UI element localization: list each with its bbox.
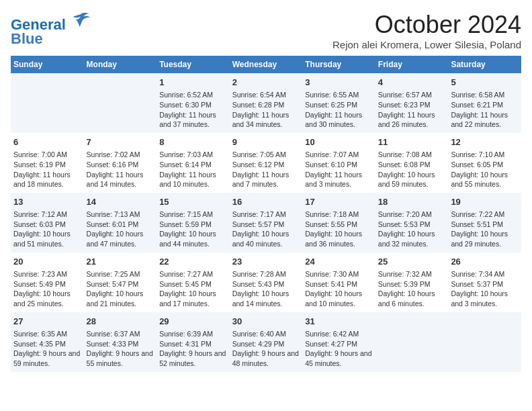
calendar-cell: 6Sunrise: 7:00 AMSunset: 6:19 PMDaylight… xyxy=(11,133,84,193)
day-of-week-header: Monday xyxy=(84,56,157,73)
cell-text: Sunset: 6:05 PM xyxy=(451,160,519,170)
calendar-cell: 18Sunrise: 7:20 AMSunset: 5:53 PMDayligh… xyxy=(375,193,449,253)
cell-text: Sunrise: 6:54 AM xyxy=(232,90,300,100)
cell-text: Daylight: 10 hours and 10 minutes. xyxy=(305,289,373,308)
calendar-cell: 3Sunrise: 6:55 AMSunset: 6:25 PMDaylight… xyxy=(302,73,375,133)
cell-text: Sunset: 6:01 PM xyxy=(87,220,154,230)
cell-text: Daylight: 11 hours and 22 minutes. xyxy=(451,110,519,130)
day-number: 10 xyxy=(305,136,373,148)
cell-text: Sunrise: 7:32 AM xyxy=(378,269,446,279)
calendar-cell: 12Sunrise: 7:10 AMSunset: 6:05 PMDayligh… xyxy=(448,133,521,193)
cell-text: Sunset: 6:16 PM xyxy=(87,160,154,170)
logo-bird-icon xyxy=(71,11,90,30)
calendar-cell: 26Sunrise: 7:34 AMSunset: 5:37 PMDayligh… xyxy=(448,253,521,312)
calendar-cell xyxy=(11,73,84,133)
cell-text: Sunset: 4:33 PM xyxy=(87,339,154,349)
cell-text: Sunrise: 7:08 AM xyxy=(378,150,446,160)
calendar-cell: 15Sunrise: 7:15 AMSunset: 5:59 PMDayligh… xyxy=(157,193,230,253)
cell-text: Daylight: 10 hours and 29 minutes. xyxy=(451,229,519,248)
day-number: 29 xyxy=(159,316,227,328)
cell-text: Sunset: 5:37 PM xyxy=(451,279,519,289)
day-of-week-header: Thursday xyxy=(302,56,375,73)
cell-text: Sunset: 4:27 PM xyxy=(305,339,373,349)
cell-text: Sunrise: 7:28 AM xyxy=(232,269,300,279)
calendar-cell: 30Sunrise: 6:40 AMSunset: 4:29 PMDayligh… xyxy=(230,312,303,372)
cell-text: Sunset: 6:30 PM xyxy=(159,100,227,110)
cell-text: Sunrise: 7:18 AM xyxy=(305,210,373,220)
day-number: 17 xyxy=(305,196,373,208)
day-number: 23 xyxy=(232,256,300,268)
cell-text: Daylight: 10 hours and 3 minutes. xyxy=(451,289,519,308)
cell-text: Sunrise: 7:05 AM xyxy=(232,150,300,160)
cell-text: Sunrise: 7:17 AM xyxy=(232,210,300,220)
day-number: 8 xyxy=(159,136,227,148)
cell-text: Sunrise: 6:42 AM xyxy=(305,329,373,339)
cell-text: Daylight: 10 hours and 40 minutes. xyxy=(232,229,300,248)
cell-text: Sunset: 6:12 PM xyxy=(232,160,300,170)
cell-text: Daylight: 11 hours and 7 minutes. xyxy=(232,170,300,189)
cell-text: Sunset: 6:25 PM xyxy=(305,100,373,110)
cell-text: Sunset: 5:49 PM xyxy=(13,279,81,289)
day-of-week-header: Tuesday xyxy=(157,56,230,73)
cell-text: Sunrise: 6:58 AM xyxy=(451,90,519,100)
day-number: 27 xyxy=(13,316,81,328)
cell-text: Daylight: 10 hours and 47 minutes. xyxy=(87,229,154,248)
calendar-cell: 10Sunrise: 7:07 AMSunset: 6:10 PMDayligh… xyxy=(302,133,375,193)
cell-text: Sunrise: 6:37 AM xyxy=(87,329,154,339)
cell-text: Sunrise: 6:55 AM xyxy=(305,90,373,100)
calendar-cell: 23Sunrise: 7:28 AMSunset: 5:43 PMDayligh… xyxy=(230,253,303,312)
calendar-cell: 4Sunrise: 6:57 AMSunset: 6:23 PMDaylight… xyxy=(375,73,449,133)
day-number: 4 xyxy=(378,77,446,89)
cell-text: Sunset: 5:41 PM xyxy=(305,279,373,289)
cell-text: Sunset: 5:39 PM xyxy=(378,279,446,289)
day-number: 28 xyxy=(87,316,154,328)
cell-text: Sunrise: 7:22 AM xyxy=(451,210,519,220)
calendar-cell: 13Sunrise: 7:12 AMSunset: 6:03 PMDayligh… xyxy=(11,193,84,253)
calendar-cell: 24Sunrise: 7:30 AMSunset: 5:41 PMDayligh… xyxy=(302,253,375,312)
calendar-cell: 14Sunrise: 7:13 AMSunset: 6:01 PMDayligh… xyxy=(84,193,157,253)
cell-text: Daylight: 10 hours and 59 minutes. xyxy=(378,170,446,189)
day-number: 13 xyxy=(13,196,81,208)
cell-text: Daylight: 10 hours and 17 minutes. xyxy=(159,289,227,308)
cell-text: Sunrise: 7:15 AM xyxy=(159,210,227,220)
calendar-cell: 11Sunrise: 7:08 AMSunset: 6:08 PMDayligh… xyxy=(375,133,449,193)
day-number: 7 xyxy=(87,136,154,148)
cell-text: Sunset: 6:19 PM xyxy=(13,160,81,170)
cell-text: Sunset: 6:08 PM xyxy=(378,160,446,170)
day-number: 24 xyxy=(305,256,373,268)
cell-text: Sunrise: 7:12 AM xyxy=(13,210,81,220)
calendar-cell: 29Sunrise: 6:39 AMSunset: 4:31 PMDayligh… xyxy=(157,312,230,372)
calendar-cell: 28Sunrise: 6:37 AMSunset: 4:33 PMDayligh… xyxy=(84,312,157,372)
calendar-cell: 16Sunrise: 7:17 AMSunset: 5:57 PMDayligh… xyxy=(230,193,303,253)
day-number: 22 xyxy=(159,256,227,268)
cell-text: Daylight: 11 hours and 14 minutes. xyxy=(87,170,154,189)
cell-text: Sunrise: 7:03 AM xyxy=(159,150,227,160)
cell-text: Sunrise: 7:00 AM xyxy=(13,150,81,160)
cell-text: Sunrise: 6:40 AM xyxy=(232,329,300,339)
cell-text: Daylight: 11 hours and 18 minutes. xyxy=(13,170,81,189)
day-number: 6 xyxy=(13,136,81,148)
calendar-cell: 22Sunrise: 7:27 AMSunset: 5:45 PMDayligh… xyxy=(157,253,230,312)
cell-text: Daylight: 10 hours and 14 minutes. xyxy=(232,289,300,308)
day-number: 15 xyxy=(159,196,227,208)
cell-text: Sunset: 4:35 PM xyxy=(13,339,81,349)
day-number: 21 xyxy=(87,256,154,268)
calendar-cell: 7Sunrise: 7:02 AMSunset: 6:16 PMDaylight… xyxy=(84,133,157,193)
cell-text: Daylight: 11 hours and 10 minutes. xyxy=(159,170,227,189)
day-number: 11 xyxy=(378,136,446,148)
calendar-cell xyxy=(448,312,521,372)
cell-text: Sunset: 6:03 PM xyxy=(13,220,81,230)
calendar-cell: 27Sunrise: 6:35 AMSunset: 4:35 PMDayligh… xyxy=(11,312,84,372)
cell-text: Sunset: 4:29 PM xyxy=(232,339,300,349)
cell-text: Daylight: 10 hours and 51 minutes. xyxy=(13,229,81,248)
cell-text: Daylight: 10 hours and 21 minutes. xyxy=(87,289,154,308)
calendar-table: SundayMondayTuesdayWednesdayThursdayFrid… xyxy=(11,56,521,372)
month-title: October 2024 xyxy=(332,11,521,39)
day-number: 30 xyxy=(232,316,300,328)
calendar-cell xyxy=(375,312,449,372)
day-number: 12 xyxy=(451,136,519,148)
cell-text: Sunrise: 7:02 AM xyxy=(87,150,154,160)
day-of-week-header: Saturday xyxy=(448,56,521,73)
cell-text: Sunset: 5:55 PM xyxy=(305,220,373,230)
cell-text: Daylight: 9 hours and 55 minutes. xyxy=(87,349,154,368)
